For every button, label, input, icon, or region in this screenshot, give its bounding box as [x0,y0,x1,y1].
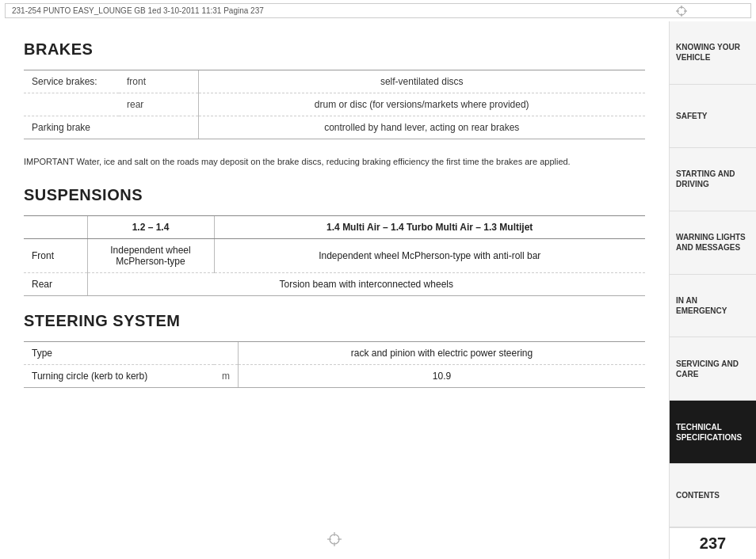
table-row: rear drum or disc (for versions/markets … [24,93,645,116]
brakes-row1-value: self-ventilated discs [198,70,645,93]
sidebar-label-servicing: SERVICING AND CARE [676,359,750,379]
table-row: Type rack and pinion with electric power… [24,341,645,364]
susp-rear-label: Rear [24,272,87,295]
brakes-section: BRAKES Service brakes: front self-ventil… [24,40,645,169]
table-row: Rear Torsion beam with interconnected wh… [24,272,645,295]
main-layout: BRAKES Service brakes: front self-ventil… [0,21,756,559]
sidebar-item-safety[interactable]: SAFETY [670,85,756,148]
brakes-row3-label: Parking brake [24,116,119,139]
steer-row2-unit: m [214,364,239,387]
table-row: Turning circle (kerb to kerb) m 10.9 [24,364,645,387]
bottom-crosshair [327,529,342,551]
sidebar-item-knowing[interactable]: KNOWING YOUR VEHICLE [670,21,756,85]
sidebar: KNOWING YOUR VEHICLE SAFETY STARTING AND… [669,21,756,559]
sidebar-label-technical: TECHNICAL SPECIFICATIONS [676,422,750,443]
brakes-row1-label: Service brakes: [24,70,119,93]
brakes-title: BRAKES [24,40,645,59]
sidebar-item-servicing[interactable]: SERVICING AND CARE [670,337,756,401]
brakes-row2-value: drum or disc (for versions/markets where… [198,93,645,116]
susp-header-right: 1.4 Multi Air – 1.4 Turbo Multi Air – 1.… [214,215,645,238]
steer-row1-unit [214,341,239,364]
steer-row1-label: Type [24,341,214,364]
sidebar-item-technical[interactable]: TECHNICAL SPECIFICATIONS [670,401,756,464]
page-number: 237 [700,534,726,553]
suspensions-section: SUSPENSIONS 1.2 – 1.4 1.4 Multi Air – 1.… [24,186,645,296]
table-row: Service brakes: front self-ventilated di… [24,70,645,93]
susp-front-right: Independent wheel McPherson-type with an… [214,238,645,272]
sidebar-label-knowing: KNOWING YOUR VEHICLE [676,42,750,63]
sidebar-item-warning[interactable]: WARNING LIGHTS AND MESSAGES [670,211,756,275]
brakes-note: IMPORTANT Water, ice and salt on the roa… [24,155,645,169]
suspensions-title: SUSPENSIONS [24,186,645,204]
susp-rear-value: Torsion beam with interconnected wheels [87,272,645,295]
brakes-row3-value: controlled by hand lever, acting on rear… [198,116,645,139]
brakes-table: Service brakes: front self-ventilated di… [24,70,645,139]
content-area: BRAKES Service brakes: front self-ventil… [0,21,669,559]
sidebar-label-starting: STARTING AND DRIVING [676,169,750,189]
steer-row2-value: 10.9 [239,364,646,387]
susp-header-empty [24,215,87,238]
sidebar-label-warning: WARNING LIGHTS AND MESSAGES [676,232,750,253]
table-row: Parking brake controlled by hand lever, … [24,116,645,139]
sidebar-label-contents: CONTENTS [676,490,720,500]
steer-row2-label: Turning circle (kerb to kerb) [24,364,214,387]
susp-front-mid: Independent wheel McPherson-type [87,238,214,272]
brakes-row2-sub: rear [119,93,198,116]
page-number-area: 237 [670,527,756,559]
suspensions-table: 1.2 – 1.4 1.4 Multi Air – 1.4 Turbo Mult… [24,215,645,296]
susp-header-mid: 1.2 – 1.4 [87,215,214,238]
header-bar: 231-254 PUNTO EASY_LOUNGE GB 1ed 3-10-20… [5,3,751,18]
steering-section: STEERING SYSTEM Type rack and pinion wit… [24,312,645,388]
brakes-row3-sub [119,116,198,139]
sidebar-item-starting[interactable]: STARTING AND DRIVING [670,148,756,211]
sidebar-label-safety: SAFETY [676,111,707,121]
sidebar-label-emergency: IN AN EMERGENCY [676,295,750,316]
steering-title: STEERING SYSTEM [24,312,645,330]
brakes-row2-label [24,93,119,116]
susp-front-label: Front [24,238,87,272]
sidebar-item-emergency[interactable]: IN AN EMERGENCY [670,275,756,338]
susp-header-row: 1.2 – 1.4 1.4 Multi Air – 1.4 Turbo Mult… [24,215,645,238]
steer-row1-value: rack and pinion with electric power stee… [239,341,646,364]
header-text: 231-254 PUNTO EASY_LOUNGE GB 1ed 3-10-20… [12,6,264,15]
sidebar-item-contents[interactable]: CONTENTS [670,464,756,527]
brakes-row1-sub: front [119,70,198,93]
crosshair-icon [676,6,687,17]
table-row: Front Independent wheel McPherson-type I… [24,238,645,272]
steering-table: Type rack and pinion with electric power… [24,341,645,388]
